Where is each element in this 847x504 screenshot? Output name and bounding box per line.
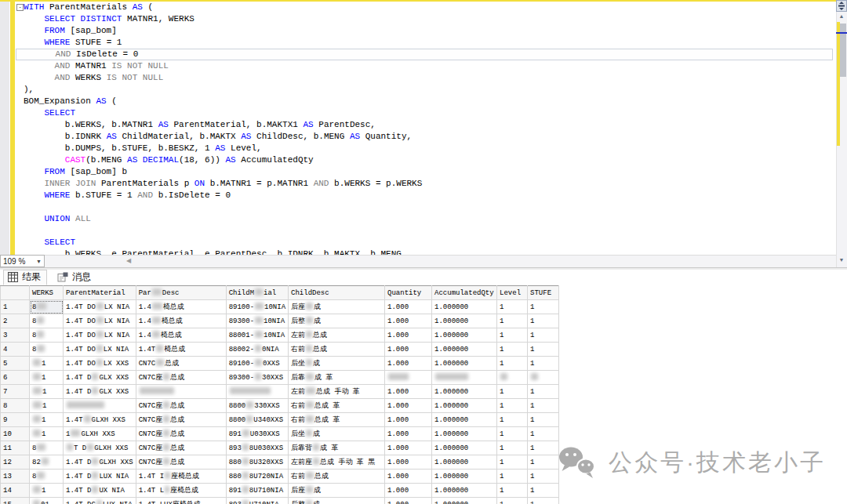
grid-cell[interactable]: CN7C总成 — [136, 357, 226, 371]
grid-column-header[interactable]: ParDesc — [136, 286, 226, 300]
code-line-current[interactable]: AND IsDelete = 0 — [16, 49, 833, 60]
code-line[interactable]: FROM [sap_bom] — [16, 25, 836, 37]
grid-cell[interactable]: 后座成 — [289, 484, 385, 498]
grid-cell[interactable]: CN7C座总成 — [136, 399, 226, 413]
grid-row-number[interactable]: 14 — [1, 484, 30, 498]
code-collapse-icon[interactable]: - — [16, 4, 24, 11]
grid-cell[interactable]: 1 — [497, 300, 528, 314]
grid-cell[interactable]: 后靠成 革 — [289, 371, 385, 385]
grid-cell[interactable]: CN7C座总成 — [136, 427, 226, 441]
grid-cell[interactable]: 1 — [30, 371, 64, 385]
code-line[interactable]: SELECT DISTINCT MATNR1, WERKS — [16, 13, 836, 25]
grid-cell[interactable]: 1 — [528, 427, 559, 441]
grid-cell[interactable]: 1 — [30, 413, 64, 427]
grid-cell[interactable]: 左前总成 手动 革 — [289, 385, 385, 399]
grid-row-number[interactable]: 4 — [1, 343, 30, 357]
grid-cell[interactable]: 1 — [30, 427, 64, 441]
grid-column-header[interactable]: STUFE — [528, 286, 559, 300]
grid-cell[interactable]: 1 — [497, 314, 528, 328]
grid-cell[interactable]: 1.000000 — [432, 413, 497, 427]
grid-row-number[interactable]: 3 — [1, 328, 30, 343]
grid-cell[interactable]: 1 — [497, 441, 528, 455]
grid-cell[interactable]: 1.4T DOLX XXS — [64, 357, 136, 371]
grid-cell[interactable]: 1.000 — [385, 300, 432, 314]
grid-cell[interactable]: 右前总成 革 — [289, 413, 385, 427]
grid-cell[interactable]: 88001-10NIA — [226, 328, 288, 343]
grid-cell[interactable]: CN7C座总成 — [136, 441, 226, 455]
editor-zoom-select[interactable]: 109 % ▼ — [0, 255, 45, 267]
grid-cell[interactable]: 1.000000 — [432, 343, 497, 357]
grid-cell[interactable]: 8 — [30, 314, 64, 328]
grid-cell[interactable]: 8 — [30, 328, 64, 343]
grid-row-number[interactable]: 6 — [1, 371, 30, 385]
grid-cell[interactable]: 1 — [497, 357, 528, 371]
grid-cell[interactable]: 8808U720NIA — [226, 470, 288, 484]
grid-cell[interactable]: 1.000000 — [432, 357, 497, 371]
grid-cell[interactable]: 8 — [30, 470, 64, 484]
grid-cell[interactable]: 1.000 — [385, 427, 432, 441]
grid-cell[interactable]: 1.000 — [385, 413, 432, 427]
grid-cell[interactable]: 左前总成 — [289, 328, 385, 343]
code-line[interactable]: BOM_Expansion AS ( — [16, 96, 836, 107]
grid-cell[interactable]: 8918U710NIA — [226, 484, 288, 498]
grid-cell[interactable]: 1 — [30, 385, 64, 399]
code-line[interactable]: ), — [16, 84, 836, 96]
grid-cell[interactable]: 1.4T DOLX NIA — [64, 343, 136, 357]
grid-cell[interactable]: 1.4T DOLX NIA — [64, 314, 136, 328]
grid-cell[interactable]: 1 — [30, 484, 64, 498]
grid-cell[interactable]: 后靠背成 革 — [289, 441, 385, 455]
grid-cell[interactable]: 89100-10NIA — [226, 300, 288, 314]
grid-cell[interactable]: 1.4T DOLX NIA — [64, 328, 136, 343]
grid-cell[interactable]: 1 — [497, 498, 528, 504]
grid-cell[interactable]: 1.000 — [385, 455, 432, 470]
grid-cell[interactable]: 1.000000 — [432, 385, 497, 399]
grid-column-header[interactable]: Level — [497, 286, 528, 300]
grid-cell[interactable]: 1.000000 — [432, 441, 497, 455]
grid-cell[interactable]: 8 — [30, 300, 64, 314]
grid-column-header[interactable]: ChildDesc — [289, 286, 385, 300]
code-line[interactable] — [16, 201, 836, 213]
editor-vertical-scrollbar[interactable] — [836, 0, 847, 267]
grid-column-header[interactable]: Quantity — [385, 286, 432, 300]
grid-cell[interactable]: 左前座总成 手动 革 黑 — [289, 455, 385, 470]
grid-cell[interactable]: 891U030XXS — [226, 427, 288, 441]
grid-cell[interactable]: 后座成 — [289, 300, 385, 314]
grid-cell[interactable]: 1 — [528, 399, 559, 413]
grid-cell[interactable]: 1 — [528, 484, 559, 498]
grid-cell[interactable]: 1.000 — [385, 385, 432, 399]
grid-cell[interactable] — [528, 371, 559, 385]
grid-cell[interactable]: 1.4T DGLUX NIA — [64, 498, 136, 504]
code-line[interactable]: AND MATNR1 IS NOT NULL — [16, 60, 836, 72]
grid-cell[interactable]: 8938U030XXS — [226, 441, 288, 455]
grid-cell[interactable]: 1 — [497, 343, 528, 357]
grid-cell[interactable]: 1.4T椅总成 — [136, 343, 226, 357]
grid-cell[interactable]: 后整成 — [289, 314, 385, 328]
code-line[interactable]: AND WERKS IS NOT NULL — [16, 72, 836, 84]
code-line[interactable]: b.WERKS, e.ParentMaterial, e.ParentDesc,… — [16, 248, 836, 255]
grid-cell[interactable]: 1.4椅总成 — [136, 328, 226, 343]
grid-cell[interactable]: 后坐成 — [289, 427, 385, 441]
grid-cell[interactable]: 8 — [30, 441, 64, 455]
grid-cell[interactable]: 右前总成 — [289, 343, 385, 357]
grid-column-header[interactable]: ChildMial — [226, 286, 288, 300]
grid-cell[interactable]: 01 — [30, 498, 64, 504]
grid-cell[interactable]: 1.000000 — [432, 300, 497, 314]
grid-cell[interactable]: 1.000000 — [432, 314, 497, 328]
grid-cell[interactable]: 1.4T DUX NIA — [64, 484, 136, 498]
grid-row-number[interactable]: 15 — [1, 498, 30, 504]
grid-row-number[interactable]: 12 — [1, 455, 30, 470]
grid-cell[interactable]: 1.000 — [385, 357, 432, 371]
grid-row-number[interactable]: 7 — [1, 385, 30, 399]
grid-cell[interactable]: 1.4T DLUX NIA — [64, 470, 136, 484]
grid-cell[interactable]: CN7C座总成 — [136, 371, 226, 385]
grid-cell[interactable]: 8800U340XXS — [226, 413, 288, 427]
grid-cell[interactable]: 1.000000 — [432, 399, 497, 413]
grid-cell[interactable]: 82 — [30, 455, 64, 470]
grid-cell[interactable]: 1.000 — [385, 399, 432, 413]
grid-corner-cell[interactable] — [1, 286, 30, 300]
grid-cell[interactable]: 1 — [528, 470, 559, 484]
grid-cell[interactable]: 1 — [30, 357, 64, 371]
grid-cell[interactable]: 1 — [497, 484, 528, 498]
grid-cell[interactable]: 1.4T DGLX XXS — [64, 385, 136, 399]
grid-cell[interactable]: 1 — [30, 399, 64, 413]
